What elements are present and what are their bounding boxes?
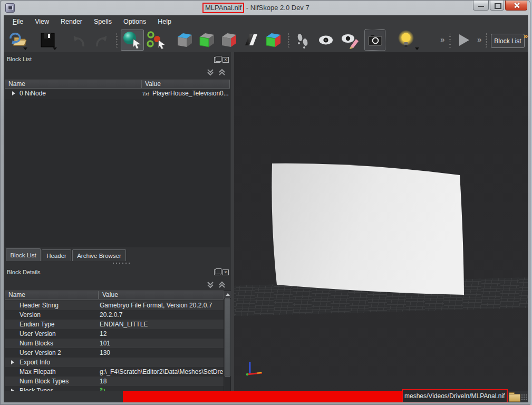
table-row[interactable]: Num Block Types18 bbox=[5, 377, 224, 386]
block-details-panel-title: Block Details bbox=[7, 269, 41, 275]
vertex-mode-button[interactable] bbox=[146, 30, 166, 51]
toolbar-separator[interactable] bbox=[449, 33, 451, 47]
menu-spells[interactable]: Spells bbox=[88, 15, 118, 28]
table-row[interactable]: User Version 2130 bbox=[5, 348, 224, 358]
window-title: MLPAnal.nif - NifSkope 2.0 Dev 7 bbox=[202, 3, 309, 13]
toolbar-separator[interactable] bbox=[485, 33, 488, 47]
splitter-handle[interactable] bbox=[112, 262, 130, 264]
toolbar-separator[interactable] bbox=[287, 33, 290, 47]
titlebar[interactable]: MLPAnal.nif - NifSkope 2.0 Dev 7 bbox=[1, 1, 530, 15]
camera-icon bbox=[366, 32, 384, 49]
app-icon bbox=[5, 3, 15, 13]
desktop: { "window": { "title_filename": "MLPAnal… bbox=[0, 0, 532, 405]
statusbar bbox=[4, 391, 528, 402]
browse-folder-button[interactable] bbox=[509, 392, 520, 401]
texture-path-input[interactable] bbox=[403, 390, 507, 402]
toolbar-separator[interactable] bbox=[115, 33, 118, 47]
table-row[interactable]: Export Info bbox=[5, 358, 224, 367]
collapse-up-icon[interactable] bbox=[218, 69, 227, 77]
title-rest: - NifSkope 2.0 Dev 7 bbox=[244, 4, 309, 12]
maximize-icon bbox=[495, 3, 501, 9]
block-list-empty-area[interactable] bbox=[5, 99, 230, 247]
view-side-button[interactable] bbox=[219, 30, 239, 51]
select-sphere-icon bbox=[122, 31, 143, 50]
save-button[interactable] bbox=[37, 30, 57, 51]
render-viewport[interactable] bbox=[234, 52, 528, 391]
menu-help[interactable]: Help bbox=[152, 15, 177, 28]
table-row[interactable]: Max Filepathg:\_F4\Scratch\Editor2\Data\… bbox=[5, 367, 224, 377]
block-value: PlayerHouse_Television0... bbox=[152, 89, 229, 99]
tab-archive-browser[interactable]: Archive Browser bbox=[72, 249, 126, 261]
close-button[interactable] bbox=[505, 1, 527, 11]
plane-flip-icon bbox=[241, 31, 260, 49]
expand-arrow-icon[interactable] bbox=[11, 360, 14, 364]
panel-close-icon[interactable]: × bbox=[223, 269, 229, 275]
collapse-down-icon[interactable] bbox=[206, 69, 216, 77]
view-front-button[interactable] bbox=[197, 30, 217, 51]
show-nodes-button[interactable] bbox=[316, 30, 336, 51]
menu-options[interactable]: Options bbox=[118, 15, 152, 28]
panel-float-icon[interactable] bbox=[214, 57, 220, 63]
menu-render[interactable]: Render bbox=[55, 15, 88, 28]
panel-float-icon[interactable] bbox=[214, 269, 220, 275]
block-list-toolbar-button[interactable]: Block List bbox=[491, 34, 525, 48]
vertical-scrollbar[interactable] bbox=[224, 291, 231, 402]
edit-visibility-button[interactable] bbox=[340, 30, 360, 51]
minimize-button[interactable] bbox=[473, 1, 489, 11]
open-dropdown-arrow[interactable] bbox=[23, 47, 27, 50]
view-top-button[interactable] bbox=[175, 30, 195, 51]
resize-grip-icon[interactable] bbox=[521, 394, 527, 400]
collapse-up-icon[interactable] bbox=[218, 281, 227, 290]
cube-top-blue-icon bbox=[175, 31, 194, 49]
expand-arrow-icon[interactable] bbox=[12, 91, 15, 95]
lighting-dropdown-arrow[interactable] bbox=[415, 47, 419, 50]
table-row[interactable]: User Version12 bbox=[5, 329, 224, 339]
app-window: MLPAnal.nif - NifSkope 2.0 Dev 7 File Vi… bbox=[0, 0, 530, 405]
walk-mode-button[interactable] bbox=[293, 30, 313, 51]
path-field-highlight bbox=[402, 389, 508, 402]
table-row[interactable]: Num Blocks101 bbox=[5, 339, 224, 348]
menu-view[interactable]: View bbox=[29, 15, 55, 28]
flip-perspective-button[interactable] bbox=[241, 30, 261, 51]
menu-file[interactable]: File bbox=[7, 15, 29, 28]
toolbar-overflow-icon[interactable]: » bbox=[440, 35, 444, 44]
txt-icon: Txt bbox=[142, 89, 149, 99]
view-user-button[interactable] bbox=[263, 30, 283, 51]
panel-close-icon[interactable]: × bbox=[223, 57, 229, 63]
open-button[interactable] bbox=[8, 30, 28, 51]
block-details-table: Header StringGamebryo File Format, Versi… bbox=[5, 300, 224, 402]
maximize-button[interactable] bbox=[490, 1, 504, 11]
block-list-row[interactable]: 0 NiNode Txt PlayerHouse_Television0... bbox=[5, 89, 230, 99]
table-row[interactable]: Version20.2.0.7 bbox=[5, 310, 224, 320]
lighting-button[interactable] bbox=[395, 30, 417, 51]
scrollbar-thumb[interactable] bbox=[225, 298, 230, 377]
toolbar-overflow-icon[interactable]: » bbox=[477, 35, 481, 44]
cube-colored-icon bbox=[264, 31, 283, 49]
close-icon bbox=[513, 2, 520, 8]
toolbar: » » Block List » bbox=[4, 28, 528, 53]
redo-button bbox=[91, 30, 111, 51]
toolbar-extension-icon[interactable]: » bbox=[524, 31, 528, 40]
minimize-icon bbox=[478, 6, 484, 7]
table-row[interactable]: Header StringGamebryo File Format, Versi… bbox=[5, 301, 224, 310]
open-folder-icon bbox=[8, 31, 28, 50]
play-animation-button[interactable] bbox=[455, 30, 473, 51]
block-list-header-value[interactable]: Value bbox=[141, 80, 230, 89]
axes-indicator bbox=[234, 357, 276, 389]
save-dropdown-arrow[interactable] bbox=[53, 47, 57, 50]
block-details-header-name[interactable]: Name bbox=[5, 291, 99, 300]
select-mode-button[interactable] bbox=[121, 30, 144, 51]
eye-pencil-icon bbox=[340, 31, 360, 49]
menubar: File View Render Spells Options Help bbox=[4, 15, 528, 28]
block-list-header-name[interactable]: Name bbox=[5, 80, 141, 89]
tab-block-list[interactable]: Block List bbox=[6, 248, 41, 261]
block-details-header-value[interactable]: Value bbox=[99, 291, 224, 300]
screen-mesh bbox=[234, 52, 528, 391]
screenshot-button[interactable] bbox=[364, 30, 385, 51]
redo-icon bbox=[92, 31, 111, 49]
table-row[interactable]: Endian TypeENDIAN_LITTLE bbox=[5, 320, 224, 329]
cube-side-red-icon bbox=[219, 31, 238, 49]
collapse-down-icon[interactable] bbox=[206, 281, 216, 290]
tab-header[interactable]: Header bbox=[42, 249, 71, 261]
scroll-up-button[interactable] bbox=[224, 291, 231, 298]
